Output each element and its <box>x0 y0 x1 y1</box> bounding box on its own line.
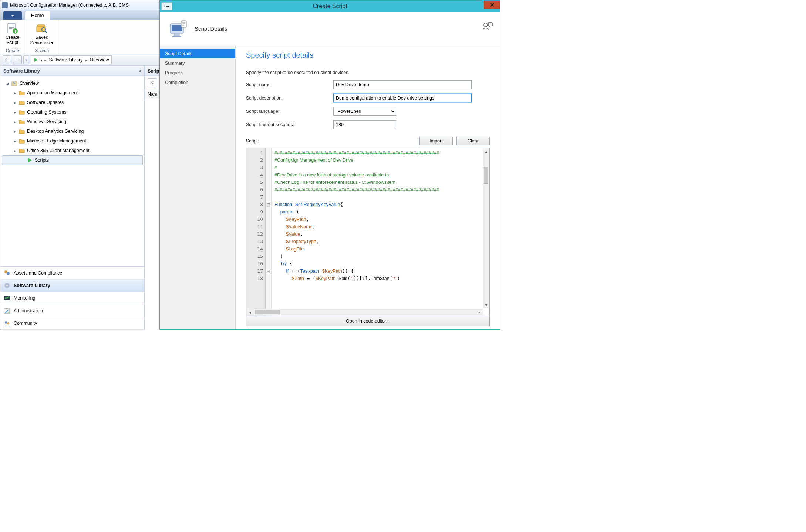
code-fold-gutter[interactable]: ⊟ ⊟ <box>266 148 272 316</box>
create-script-label: Create Script <box>6 35 20 45</box>
wizard-step-progress[interactable]: Progress <box>160 68 235 78</box>
dialog-system-menu-button[interactable]: ▫↔ <box>161 2 172 10</box>
wizard-step-details[interactable]: Script Details <box>160 49 235 58</box>
breadcrumb-item-1[interactable]: Overview <box>90 57 109 63</box>
file-menu-dropdown[interactable] <box>3 11 22 20</box>
nav-history-dropdown[interactable]: ▾ <box>23 55 29 64</box>
ribbon-group-search: Saved Searches ▾ Search <box>25 20 59 54</box>
nav-community[interactable]: Community <box>0 317 144 330</box>
create-script-button[interactable]: Create Script <box>3 21 22 46</box>
svg-rect-16 <box>172 36 181 37</box>
breadcrumb-root: \ <box>41 57 42 63</box>
expander-icon[interactable]: ▸ <box>13 129 17 134</box>
assets-icon <box>3 269 11 277</box>
center-panel: Scrip Nam <box>145 66 159 330</box>
chevron-left-icon: < <box>139 69 141 73</box>
admin-icon <box>3 307 11 314</box>
expander-icon[interactable]: ▸ <box>13 110 17 114</box>
list-column-name[interactable]: Nam <box>145 90 159 99</box>
expander-icon[interactable]: ▸ <box>13 120 17 124</box>
tree-label: Scripts <box>35 158 49 163</box>
monitoring-icon <box>3 294 11 302</box>
dialog-header-title: Script Details <box>195 26 227 32</box>
panel-header-label: Software Library <box>3 68 40 74</box>
chevron-right-icon: ▸ <box>85 57 88 63</box>
tree-item-desktop-analytics[interactable]: ▸Desktop Analytics Servicing <box>2 127 143 136</box>
tree-label: Operating Systems <box>27 110 66 115</box>
code-body[interactable]: ########################################… <box>272 148 489 316</box>
nav-forward-button[interactable]: 🡢 <box>13 55 22 64</box>
script-name-input[interactable] <box>333 80 472 89</box>
ribbon-group-create-label: Create <box>6 48 19 53</box>
chevron-right-icon: ▸ <box>44 57 47 63</box>
nav-back-button[interactable]: 🡠 <box>3 55 11 64</box>
svg-rect-19 <box>488 23 492 26</box>
ribbon-group-search-label: Search <box>35 48 49 53</box>
scroll-left-icon[interactable]: ◂ <box>247 309 253 315</box>
center-panel-header: Scrip <box>145 66 159 76</box>
scroll-down-icon[interactable]: ▾ <box>483 302 489 308</box>
saved-searches-label: Saved Searches ▾ <box>30 35 54 46</box>
tree-item-overview[interactable]: ◢ Overview <box>2 78 143 88</box>
vertical-scrollbar[interactable]: ▴ ▾ <box>483 148 489 308</box>
scripts-icon <box>33 57 38 63</box>
script-timeout-input[interactable] <box>333 120 396 129</box>
tree-item-o365[interactable]: ▸Office 365 Client Management <box>2 146 143 155</box>
scroll-up-icon[interactable]: ▴ <box>483 148 489 155</box>
nav-label: Administration <box>14 308 43 313</box>
scroll-right-icon[interactable]: ▸ <box>476 309 483 315</box>
wizard-step-summary[interactable]: Summary <box>160 58 235 68</box>
tree-item-scripts[interactable]: ▸Scripts <box>2 155 143 165</box>
ribbon-group-create: Create Script Create <box>0 20 25 54</box>
nav-assets-compliance[interactable]: Assets and Compliance <box>0 267 144 279</box>
tree-label: Desktop Analytics Servicing <box>27 129 84 134</box>
tree-item-software-updates[interactable]: ▸Software Updates <box>2 98 143 107</box>
tree-item-operating-systems[interactable]: ▸Operating Systems <box>2 107 143 117</box>
nav-label: Monitoring <box>14 296 35 301</box>
tree-item-app-management[interactable]: ▸Application Management <box>2 88 143 98</box>
tree-item-edge-management[interactable]: ▸Microsoft Edge Management <box>2 136 143 146</box>
library-icon <box>3 282 11 289</box>
script-language-select[interactable]: PowerShell <box>333 107 396 116</box>
label-script-description: Script description: <box>246 95 333 101</box>
folder-icon <box>19 100 25 105</box>
expander-icon[interactable]: ◢ <box>6 81 9 85</box>
search-input[interactable] <box>148 78 156 87</box>
dialog-titlebar[interactable]: ▫↔ Create Script ✕ <box>160 1 500 12</box>
expander-icon[interactable]: ▸ <box>13 149 17 153</box>
breadcrumb-item-0[interactable]: Software Library <box>49 57 82 63</box>
nav-label: Assets and Compliance <box>14 270 62 276</box>
tree-label: Application Management <box>27 90 78 95</box>
nav-administration[interactable]: Administration <box>0 304 144 317</box>
import-button[interactable]: Import <box>419 137 453 145</box>
create-script-icon <box>6 22 19 35</box>
nav-monitoring[interactable]: Monitoring <box>0 292 144 304</box>
expander-icon[interactable]: ▸ <box>13 139 17 143</box>
breadcrumb-box[interactable]: \ ▸ Software Library ▸ Overview <box>31 55 112 64</box>
open-in-code-editor-button[interactable]: Open in code editor... <box>246 316 490 326</box>
saved-searches-button[interactable]: Saved Searches ▾ <box>28 21 56 46</box>
tree-item-windows-servicing[interactable]: ▸Windows Servicing <box>2 117 143 127</box>
script-description-input[interactable] <box>333 94 472 102</box>
nav-software-library[interactable]: Software Library <box>0 279 144 292</box>
panel-header-software-library[interactable]: Software Library < <box>0 66 144 76</box>
wizard-step-completion[interactable]: Completion <box>160 78 235 87</box>
code-line-numbers: 123456789101112131415161718 <box>246 148 266 316</box>
label-script-language: Script language: <box>246 109 333 114</box>
label-script-timeout: Script timeout seconds: <box>246 122 333 127</box>
expander-icon[interactable]: ▸ <box>13 91 17 95</box>
scroll-thumb[interactable] <box>484 167 488 184</box>
horizontal-scrollbar[interactable]: ◂ ▸ <box>247 309 483 315</box>
dialog-close-button[interactable]: ✕ <box>484 1 500 9</box>
svg-rect-14 <box>172 25 182 31</box>
scroll-thumb[interactable] <box>255 310 280 314</box>
clear-button[interactable]: Clear <box>456 137 490 145</box>
script-code-editor[interactable]: 123456789101112131415161718 ⊟ ⊟ ########… <box>246 148 490 316</box>
svg-rect-17 <box>181 21 186 27</box>
expander-icon[interactable]: ▸ <box>13 101 17 105</box>
feedback-icon[interactable] <box>482 21 493 30</box>
folder-icon <box>19 138 25 144</box>
folder-icon <box>19 128 25 134</box>
tab-home[interactable]: Home <box>25 11 50 20</box>
svg-point-12 <box>7 322 9 324</box>
